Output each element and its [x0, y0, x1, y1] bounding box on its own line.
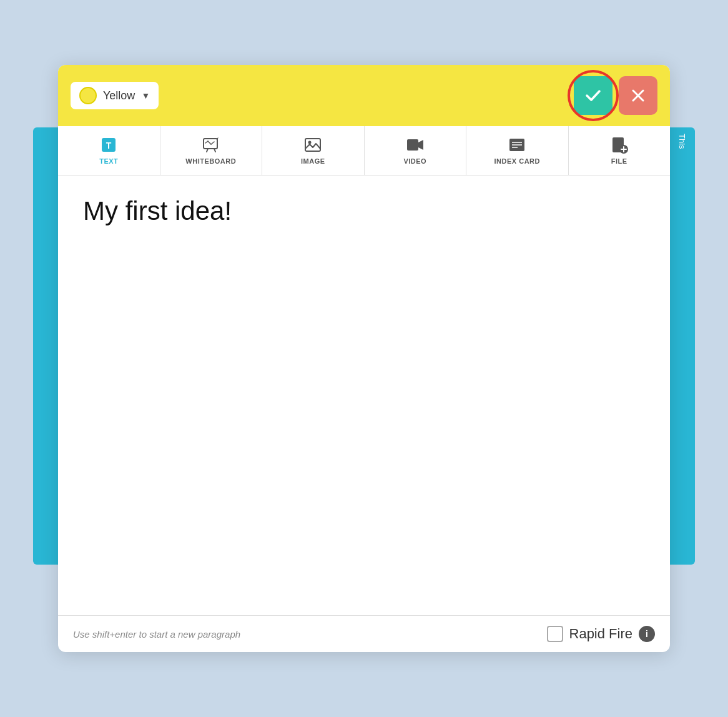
whiteboard-tab-icon: [202, 136, 220, 154]
sidebar-right-label: This: [670, 127, 687, 149]
tab-whiteboard[interactable]: WHITEBOARD: [160, 126, 263, 175]
tab-bar: T TEXT WHITEBOARD: [58, 126, 670, 176]
modal-footer: Use shift+enter to start a new paragraph…: [58, 615, 670, 652]
svg-rect-12: [407, 139, 418, 151]
tab-text-label: TEXT: [99, 157, 118, 165]
text-tab-icon: T: [100, 136, 117, 154]
cancel-button[interactable]: [619, 76, 657, 115]
info-icon[interactable]: i: [639, 626, 655, 642]
file-tab-icon: [611, 136, 628, 154]
header-actions: [574, 76, 657, 115]
bg-blue-left: [33, 127, 58, 565]
tab-video-label: VIDEO: [403, 157, 426, 165]
rapid-fire-section: Rapid Fire i: [547, 626, 655, 642]
svg-marker-13: [418, 140, 423, 150]
footer-hint: Use shift+enter to start a new paragraph: [73, 629, 240, 640]
modal-header: Yellow ▼: [58, 65, 670, 126]
checkmark-icon: [584, 86, 603, 105]
chevron-down-icon: ▼: [141, 91, 150, 101]
svg-text:T: T: [106, 141, 112, 151]
image-tab-icon: [304, 136, 322, 154]
color-selector-button[interactable]: Yellow ▼: [71, 82, 159, 109]
svg-point-11: [308, 141, 312, 144]
svg-line-8: [208, 141, 211, 144]
tab-text[interactable]: T TEXT: [58, 126, 160, 175]
content-area: My first idea!: [58, 176, 670, 615]
close-icon: [630, 87, 646, 104]
tab-whiteboard-label: WHITEBOARD: [185, 157, 236, 165]
color-label: Yellow: [103, 89, 135, 102]
page-wrapper: This Yellow ▼: [33, 27, 695, 690]
tab-file[interactable]: FILE: [569, 126, 671, 175]
color-dot: [79, 87, 97, 104]
modal: Yellow ▼: [58, 65, 670, 652]
index-card-tab-icon: [508, 136, 526, 154]
bg-blue-right: This: [670, 127, 695, 565]
tab-index-card[interactable]: INDEX CARD: [466, 126, 569, 175]
tab-image-label: IMAGE: [301, 157, 325, 165]
tab-video[interactable]: VIDEO: [365, 126, 467, 175]
tab-image[interactable]: IMAGE: [262, 126, 365, 175]
svg-line-9: [211, 142, 214, 144]
confirm-button[interactable]: [574, 76, 612, 115]
text-input[interactable]: My first idea!: [83, 194, 645, 594]
confirm-btn-wrapper: [574, 76, 612, 115]
rapid-fire-label: Rapid Fire: [569, 626, 632, 642]
rapid-fire-checkbox[interactable]: [547, 626, 563, 642]
svg-rect-10: [305, 139, 320, 151]
video-tab-icon: [406, 136, 424, 154]
tab-index-card-label: INDEX CARD: [494, 157, 540, 165]
tab-file-label: FILE: [611, 157, 627, 165]
